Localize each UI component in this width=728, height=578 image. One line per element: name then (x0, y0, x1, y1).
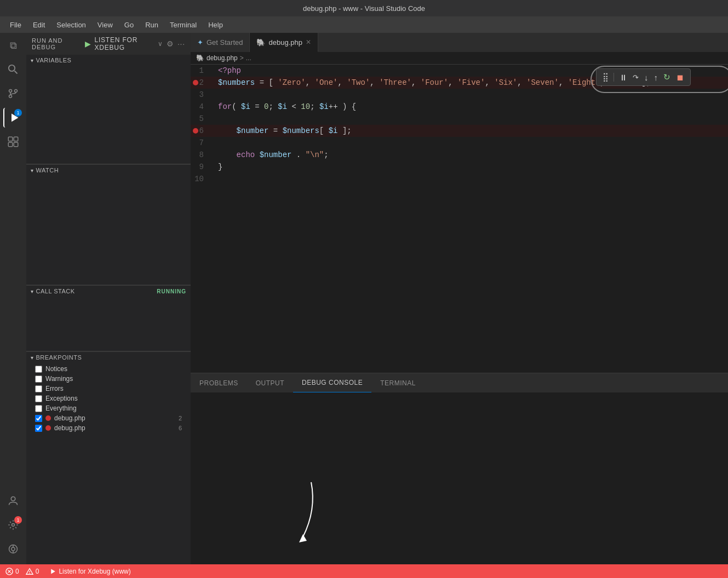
account-icon[interactable] (3, 491, 23, 511)
exceptions-checkbox[interactable] (35, 395, 42, 402)
more-options-icon[interactable]: ··· (177, 39, 185, 48)
drag-handle[interactable]: ⣿ (601, 71, 610, 84)
bottom-content (191, 392, 728, 564)
breakpoint-dot-1 (45, 415, 51, 421)
menubar: FileEditSelectionViewGoRunTerminalHelp (0, 16, 728, 33)
variables-content (26, 66, 191, 82)
tab-get-started-label: Get Started (207, 38, 243, 47)
status-errors[interactable]: 0 (5, 568, 19, 575)
explorer-icon[interactable]: ⧉ (3, 36, 23, 55)
code-line-8: 8 echo $number . "\n"; (191, 149, 728, 161)
arrow-annotation (278, 477, 333, 548)
extensions-icon[interactable] (3, 132, 23, 152)
code-line-4: 4 for( $i = 0; $i < 10; $i++ ) { (191, 101, 728, 113)
stop-button[interactable]: ⏹ (674, 71, 686, 84)
code-editor[interactable]: 1 <?php 2 $numbers = [ 'Zero', 'One', 'T… (191, 65, 728, 373)
config-dropdown[interactable]: ∨ (158, 40, 163, 48)
menu-item-terminal[interactable]: Terminal (165, 19, 201, 31)
watch-header[interactable]: ▾WATCH (26, 165, 191, 176)
line-num-10: 10 (191, 173, 213, 185)
activity-bottom: 1 (3, 491, 23, 564)
variables-section: ▾VARIABLES (26, 55, 191, 164)
remote-icon[interactable] (3, 539, 23, 559)
menu-item-help[interactable]: Help (204, 19, 227, 31)
breakpoint-dot-2 (45, 425, 51, 431)
pause-button[interactable]: ⏸ (617, 71, 629, 84)
error-icon (5, 568, 13, 575)
callstack-content (26, 297, 191, 313)
menu-item-selection[interactable]: Selection (52, 19, 90, 31)
listen-icon (50, 568, 56, 575)
tab-output[interactable]: OUTPUT (247, 373, 293, 392)
debug-run-icon[interactable]: 1 (3, 108, 23, 128)
debug-toolbar[interactable]: ⣿ ⏸ ↷ ↓ ↑ ↻ ⏹ (596, 68, 691, 86)
tab-debug-console[interactable]: DEBUG CONSOLE (293, 373, 371, 392)
breadcrumb-php-icon: 🐘 (196, 54, 204, 62)
notices-checkbox[interactable] (35, 366, 42, 373)
svg-point-3 (15, 90, 18, 93)
breakpoint-exceptions: Exceptions (26, 394, 191, 403)
step-over-button[interactable]: ↷ (631, 72, 640, 83)
breakpoints-section: ▾BREAKPOINTS Notices Warnings Errors (26, 352, 191, 564)
restart-button[interactable]: ↻ (662, 71, 672, 84)
svg-rect-7 (8, 137, 13, 141)
settings-badge: 1 (14, 516, 22, 524)
file2-line: 6 (179, 425, 182, 431)
code-content-7 (213, 137, 728, 149)
line-num-2: 2 (191, 77, 213, 89)
menu-item-view[interactable]: View (93, 19, 117, 31)
breakpoint-errors: Errors (26, 384, 191, 394)
callstack-header[interactable]: ▾CALL STACK RUNNING (26, 286, 191, 297)
file1-checkbox[interactable] (35, 415, 42, 422)
file1-line: 2 (179, 415, 182, 421)
status-listen[interactable]: Listen for Xdebug (www) (50, 568, 130, 575)
notices-label: Notices (45, 365, 67, 373)
settings-icon[interactable]: 1 (3, 515, 23, 535)
code-line-6: 6 $number = $numbers[ $i ]; (191, 125, 728, 137)
breadcrumb: 🐘 debug.php > ... (191, 52, 728, 65)
line-num-7: 7 (191, 137, 213, 149)
tab-get-started[interactable]: ✦ Get Started (191, 33, 250, 52)
tab-problems[interactable]: PROBLEMS (191, 373, 247, 392)
breakpoint-warnings: Warnings (26, 374, 191, 384)
file2-checkbox[interactable] (35, 425, 42, 432)
everything-checkbox[interactable] (35, 405, 42, 412)
svg-marker-24 (51, 569, 56, 574)
status-warnings[interactable]: 0 (26, 568, 39, 575)
tab-debug-php[interactable]: 🐘 debug.php ✕ (250, 33, 318, 52)
step-into-button[interactable]: ↓ (643, 71, 650, 84)
errors-checkbox[interactable] (35, 385, 42, 392)
line-num-9: 9 (191, 161, 213, 173)
tab-terminal[interactable]: TERMINAL (371, 373, 425, 392)
menu-item-run[interactable]: Run (141, 19, 163, 31)
sidebar: RUN AND DEBUG ▶ Listen for Xdebug ∨ ⚙ ··… (26, 33, 191, 564)
variables-header[interactable]: ▾VARIABLES (26, 55, 191, 66)
variables-label: VARIABLES (36, 57, 72, 63)
listen-label: Listen for Xdebug (www) (59, 568, 130, 575)
svg-point-14 (12, 547, 15, 551)
search-icon[interactable] (3, 60, 23, 79)
everything-label: Everything (45, 404, 77, 412)
gear-icon[interactable]: ⚙ (167, 39, 174, 48)
line-num-3: 3 (191, 89, 213, 101)
menu-item-go[interactable]: Go (120, 19, 138, 31)
breakpoints-header[interactable]: ▾BREAKPOINTS (26, 352, 191, 363)
breadcrumb-filename[interactable]: debug.php (207, 54, 238, 62)
step-out-button[interactable]: ↑ (652, 71, 660, 84)
error-count: 0 (15, 568, 19, 575)
warnings-checkbox[interactable] (35, 375, 42, 383)
code-content-3 (213, 89, 728, 101)
play-button[interactable]: ▶ (85, 39, 91, 48)
run-debug-header: RUN AND DEBUG ▶ Listen for Xdebug ∨ ⚙ ··… (26, 33, 191, 55)
tab-close-button[interactable]: ✕ (306, 38, 311, 46)
code-line-10: 10 (191, 173, 728, 185)
main-layout: ⧉ 1 1 RUN AN (0, 33, 728, 564)
menu-item-file[interactable]: File (5, 19, 26, 31)
code-line-9: 9 } (191, 161, 728, 173)
code-content-10 (213, 173, 728, 185)
source-control-icon[interactable] (3, 84, 23, 103)
tab-debug-php-label: debug.php (268, 38, 302, 47)
debug-badge: 1 (14, 109, 22, 117)
menu-item-edit[interactable]: Edit (28, 19, 49, 31)
code-content-9: } (213, 161, 728, 173)
